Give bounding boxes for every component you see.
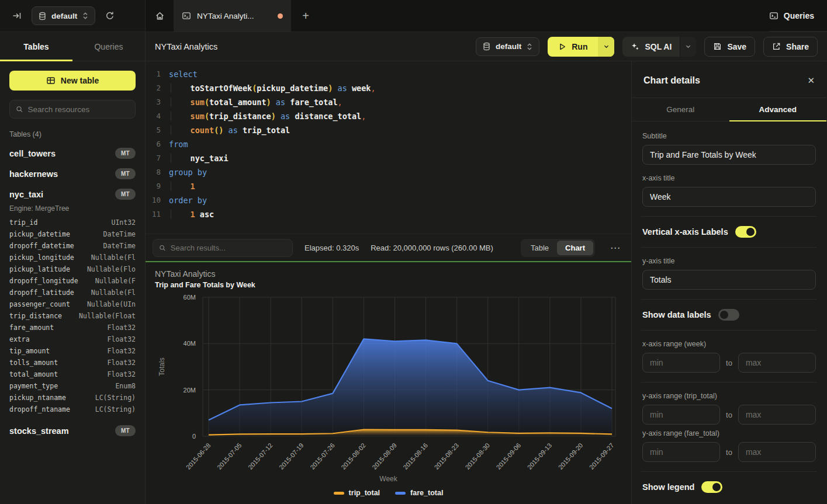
column-name: dropoff_datetime [9,242,74,250]
y-range-fare-min-input[interactable] [642,442,720,462]
queries-button[interactable]: Queries [769,11,814,20]
run-options-caret[interactable] [598,37,614,57]
new-table-button[interactable]: New table [9,71,136,91]
legend-item-trip_total[interactable]: trip_total [334,489,380,497]
tab-title: NYTaxi Analyti... [197,12,272,20]
sidebar-item-cell-towers[interactable]: cell_towers MT [9,148,136,159]
chart-subtitle: Trip and Fare Totals by Week [155,281,622,289]
column-type: Nullable(Flo [87,265,136,273]
tables-section-title: Tables (4) [9,130,136,138]
toolbar-database-value: default [496,42,521,51]
svg-text:2015-07-05: 2015-07-05 [216,442,243,471]
chart-section: NYTaxi Analytics Trip and Fare Totals by… [146,262,631,504]
unsaved-indicator-dot [278,13,283,19]
sql-ai-button[interactable]: SQL AI [622,37,696,57]
schema-column-row[interactable]: pickup_latitudeNullable(Flo [9,265,136,277]
panel-tab-general[interactable]: General [632,98,729,121]
schema-column-row[interactable]: pickup_ntanameLC(String) [9,394,136,405]
divider [641,299,817,300]
refresh-button[interactable] [101,7,119,25]
divider [641,216,817,217]
column-type: DateTime [103,230,136,238]
range-to-label: to [726,448,732,457]
schema-column-row[interactable]: dropoff_datetimeDateTime [9,242,136,253]
column-name: tip_amount [9,347,50,355]
sidebar-item-stocks-stream[interactable]: stocks_stream MT [9,425,136,436]
view-table-button[interactable]: Table [523,241,557,255]
sidebar-item-nyc-taxi[interactable]: nyc_taxi MT [9,189,136,200]
x-axis-title-input[interactable] [642,187,816,207]
line-number: 11 [146,207,169,221]
code-line: 4 sum(trip_distance) as distance_total, [146,109,631,123]
top-bar: default NYTaxi Analyti... + Queries [0,0,827,32]
sql-editor[interactable]: 1select2 toStartOfWeek(pickup_datetime) … [146,61,631,234]
sidebar-tab-queries[interactable]: Queries [72,32,145,61]
schema-column-row[interactable]: tolls_amountFloat32 [9,359,136,370]
schema-column-row[interactable]: tip_amountFloat32 [9,347,136,359]
column-name: extra [9,335,30,343]
schema-column-row[interactable]: extraFloat32 [9,335,136,347]
schema-column-row[interactable]: dropoff_latitudeNullable(Fl [9,289,136,300]
database-selector[interactable]: default [32,6,95,25]
run-button[interactable]: Run [548,37,614,57]
y-range-trip-max-input[interactable] [738,405,816,425]
tab-nytaxi-analytics[interactable]: NYTaxi Analyti... [174,0,292,32]
svg-text:2015-08-30: 2015-08-30 [464,442,492,471]
legend-item-fare_total[interactable]: fare_total [395,489,443,497]
column-type: Enum8 [115,382,136,390]
sidebar-item-hackernews[interactable]: hackernews MT [9,168,136,179]
close-panel-button[interactable]: ✕ [807,75,815,86]
view-chart-button[interactable]: Chart [557,241,593,255]
schema-column-row[interactable]: passenger_countNullable(UIn [9,300,136,312]
panel-tab-advanced[interactable]: Advanced [729,98,827,121]
x-range-min-input[interactable] [642,353,720,373]
toolbar-database-selector[interactable]: default [476,37,539,56]
panel-body: Subtitle x-axis title Vertical x-axis La… [632,121,826,499]
show-legend-toggle[interactable] [701,481,722,493]
schema-column-row[interactable]: dropoff_ntanameLC(String) [9,405,136,417]
column-name: tolls_amount [9,359,58,367]
home-tab-button[interactable] [146,0,174,32]
column-type: LC(String) [95,394,136,402]
schema-column-row[interactable]: fare_amountFloat32 [9,324,136,335]
toggle-knob [720,311,728,319]
schema-column-row[interactable]: payment_typeEnum8 [9,382,136,394]
schema-column-row[interactable]: trip_distanceNullable(Float [9,312,136,324]
column-name: passenger_count [9,300,70,308]
x-range-max-input[interactable] [738,353,816,373]
y-range-trip-min-input[interactable] [642,405,720,425]
vertical-x-axis-labels-toggle[interactable] [735,226,756,238]
svg-text:2015-08-16: 2015-08-16 [402,442,429,471]
schema-column-row[interactable]: pickup_datetimeDateTime [9,230,136,242]
subtitle-input[interactable] [642,145,816,165]
results-more-button[interactable]: ⋯ [607,242,624,254]
sidebar-search-input[interactable] [28,105,129,114]
code-line: 10order by [146,193,631,207]
new-tab-button[interactable]: + [292,0,320,32]
share-button[interactable]: Share [763,37,818,57]
divider [641,382,817,383]
y-range-fare-max-input[interactable] [738,442,816,462]
chart-plot[interactable]: 020M40M60MTotals2015-06-282015-07-052015… [155,289,622,484]
sparkles-icon [631,42,639,51]
code-text: select [169,67,198,81]
schema-column-row[interactable]: pickup_longitudeNullable(Fl [9,253,136,265]
save-button[interactable]: Save [704,37,755,57]
sidebar-tab-tables[interactable]: Tables [0,32,72,61]
show-data-labels-toggle[interactable] [718,309,739,321]
schema-column-row[interactable]: total_amountFloat32 [9,370,136,382]
divider [641,247,817,248]
svg-text:2015-09-20: 2015-09-20 [557,442,584,471]
x-axis-title: Week [155,475,622,483]
results-search-input[interactable] [171,244,286,252]
column-name: dropoff_longitude [9,277,78,285]
sql-ai-caret[interactable] [680,37,696,57]
schema-column-row[interactable]: trip_idUInt32 [9,218,136,230]
sidebar-search[interactable] [9,100,136,119]
schema-column-row[interactable]: dropoff_longitudeNullable(F [9,277,136,289]
y-axis-title-input[interactable] [642,270,816,290]
results-bar: Elapsed: 0.320s Read: 20,000,000 rows (2… [146,234,631,261]
results-search[interactable] [153,239,293,257]
collapse-sidebar-button[interactable] [8,7,26,25]
save-button-label: Save [727,42,746,51]
